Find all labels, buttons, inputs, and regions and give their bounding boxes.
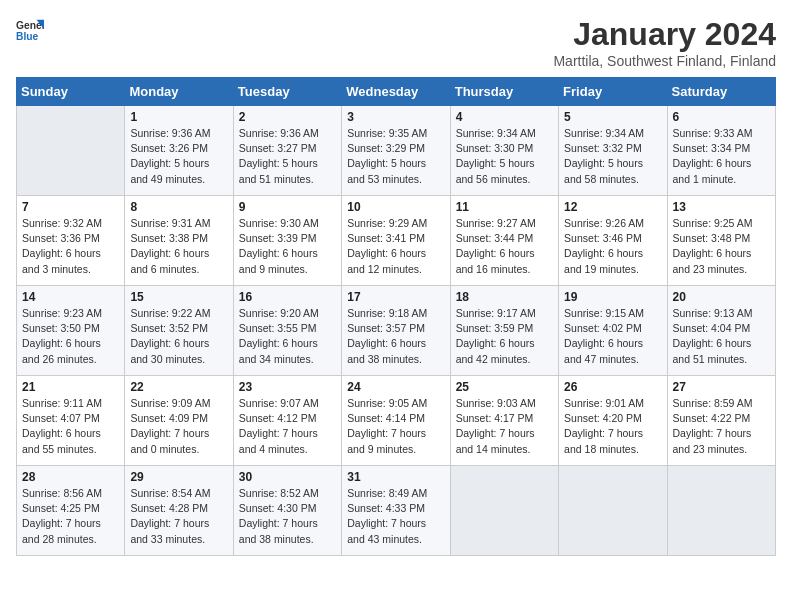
day-info: Sunrise: 8:52 AM Sunset: 4:30 PM Dayligh… <box>239 486 336 547</box>
calendar-cell: 19Sunrise: 9:15 AM Sunset: 4:02 PM Dayli… <box>559 286 667 376</box>
calendar-cell: 1Sunrise: 9:36 AM Sunset: 3:26 PM Daylig… <box>125 106 233 196</box>
day-number: 3 <box>347 110 444 124</box>
day-number: 19 <box>564 290 661 304</box>
day-info: Sunrise: 9:22 AM Sunset: 3:52 PM Dayligh… <box>130 306 227 367</box>
calendar-cell: 16Sunrise: 9:20 AM Sunset: 3:55 PM Dayli… <box>233 286 341 376</box>
week-row-5: 28Sunrise: 8:56 AM Sunset: 4:25 PM Dayli… <box>17 466 776 556</box>
day-info: Sunrise: 9:26 AM Sunset: 3:46 PM Dayligh… <box>564 216 661 277</box>
day-info: Sunrise: 9:20 AM Sunset: 3:55 PM Dayligh… <box>239 306 336 367</box>
day-number: 22 <box>130 380 227 394</box>
calendar-cell: 13Sunrise: 9:25 AM Sunset: 3:48 PM Dayli… <box>667 196 775 286</box>
col-header-monday: Monday <box>125 78 233 106</box>
day-number: 13 <box>673 200 770 214</box>
day-number: 7 <box>22 200 119 214</box>
week-row-1: 1Sunrise: 9:36 AM Sunset: 3:26 PM Daylig… <box>17 106 776 196</box>
day-number: 25 <box>456 380 553 394</box>
calendar-cell: 7Sunrise: 9:32 AM Sunset: 3:36 PM Daylig… <box>17 196 125 286</box>
calendar-cell: 21Sunrise: 9:11 AM Sunset: 4:07 PM Dayli… <box>17 376 125 466</box>
header-row: SundayMondayTuesdayWednesdayThursdayFrid… <box>17 78 776 106</box>
calendar-cell: 14Sunrise: 9:23 AM Sunset: 3:50 PM Dayli… <box>17 286 125 376</box>
day-info: Sunrise: 9:30 AM Sunset: 3:39 PM Dayligh… <box>239 216 336 277</box>
calendar-cell: 11Sunrise: 9:27 AM Sunset: 3:44 PM Dayli… <box>450 196 558 286</box>
col-header-thursday: Thursday <box>450 78 558 106</box>
day-number: 8 <box>130 200 227 214</box>
day-info: Sunrise: 9:17 AM Sunset: 3:59 PM Dayligh… <box>456 306 553 367</box>
calendar-cell: 15Sunrise: 9:22 AM Sunset: 3:52 PM Dayli… <box>125 286 233 376</box>
day-number: 4 <box>456 110 553 124</box>
calendar-cell <box>559 466 667 556</box>
day-number: 5 <box>564 110 661 124</box>
week-row-4: 21Sunrise: 9:11 AM Sunset: 4:07 PM Dayli… <box>17 376 776 466</box>
day-info: Sunrise: 9:11 AM Sunset: 4:07 PM Dayligh… <box>22 396 119 457</box>
day-info: Sunrise: 9:01 AM Sunset: 4:20 PM Dayligh… <box>564 396 661 457</box>
calendar-cell: 27Sunrise: 8:59 AM Sunset: 4:22 PM Dayli… <box>667 376 775 466</box>
location-title: Marttila, Southwest Finland, Finland <box>553 53 776 69</box>
day-info: Sunrise: 9:34 AM Sunset: 3:32 PM Dayligh… <box>564 126 661 187</box>
day-info: Sunrise: 9:33 AM Sunset: 3:34 PM Dayligh… <box>673 126 770 187</box>
day-number: 28 <box>22 470 119 484</box>
day-number: 6 <box>673 110 770 124</box>
page-header: General Blue January 2024 Marttila, Sout… <box>16 16 776 69</box>
calendar-cell <box>17 106 125 196</box>
week-row-2: 7Sunrise: 9:32 AM Sunset: 3:36 PM Daylig… <box>17 196 776 286</box>
day-info: Sunrise: 9:25 AM Sunset: 3:48 PM Dayligh… <box>673 216 770 277</box>
calendar-table: SundayMondayTuesdayWednesdayThursdayFrid… <box>16 77 776 556</box>
calendar-cell: 29Sunrise: 8:54 AM Sunset: 4:28 PM Dayli… <box>125 466 233 556</box>
calendar-cell <box>450 466 558 556</box>
day-number: 23 <box>239 380 336 394</box>
calendar-cell: 17Sunrise: 9:18 AM Sunset: 3:57 PM Dayli… <box>342 286 450 376</box>
day-info: Sunrise: 9:13 AM Sunset: 4:04 PM Dayligh… <box>673 306 770 367</box>
calendar-cell: 4Sunrise: 9:34 AM Sunset: 3:30 PM Daylig… <box>450 106 558 196</box>
day-info: Sunrise: 9:07 AM Sunset: 4:12 PM Dayligh… <box>239 396 336 457</box>
day-number: 20 <box>673 290 770 304</box>
day-number: 1 <box>130 110 227 124</box>
calendar-cell: 31Sunrise: 8:49 AM Sunset: 4:33 PM Dayli… <box>342 466 450 556</box>
day-info: Sunrise: 9:35 AM Sunset: 3:29 PM Dayligh… <box>347 126 444 187</box>
day-number: 11 <box>456 200 553 214</box>
day-info: Sunrise: 9:05 AM Sunset: 4:14 PM Dayligh… <box>347 396 444 457</box>
logo: General Blue <box>16 16 44 44</box>
calendar-cell: 24Sunrise: 9:05 AM Sunset: 4:14 PM Dayli… <box>342 376 450 466</box>
day-info: Sunrise: 9:03 AM Sunset: 4:17 PM Dayligh… <box>456 396 553 457</box>
month-title: January 2024 <box>553 16 776 53</box>
calendar-cell: 18Sunrise: 9:17 AM Sunset: 3:59 PM Dayli… <box>450 286 558 376</box>
calendar-cell: 25Sunrise: 9:03 AM Sunset: 4:17 PM Dayli… <box>450 376 558 466</box>
title-block: January 2024 Marttila, Southwest Finland… <box>553 16 776 69</box>
day-info: Sunrise: 9:18 AM Sunset: 3:57 PM Dayligh… <box>347 306 444 367</box>
day-info: Sunrise: 8:54 AM Sunset: 4:28 PM Dayligh… <box>130 486 227 547</box>
svg-text:Blue: Blue <box>16 31 39 42</box>
day-number: 18 <box>456 290 553 304</box>
day-number: 31 <box>347 470 444 484</box>
day-info: Sunrise: 8:49 AM Sunset: 4:33 PM Dayligh… <box>347 486 444 547</box>
day-number: 9 <box>239 200 336 214</box>
day-info: Sunrise: 9:27 AM Sunset: 3:44 PM Dayligh… <box>456 216 553 277</box>
calendar-cell: 20Sunrise: 9:13 AM Sunset: 4:04 PM Dayli… <box>667 286 775 376</box>
day-number: 16 <box>239 290 336 304</box>
calendar-cell: 2Sunrise: 9:36 AM Sunset: 3:27 PM Daylig… <box>233 106 341 196</box>
day-number: 10 <box>347 200 444 214</box>
day-number: 27 <box>673 380 770 394</box>
calendar-cell: 22Sunrise: 9:09 AM Sunset: 4:09 PM Dayli… <box>125 376 233 466</box>
day-info: Sunrise: 8:59 AM Sunset: 4:22 PM Dayligh… <box>673 396 770 457</box>
col-header-friday: Friday <box>559 78 667 106</box>
day-number: 21 <box>22 380 119 394</box>
calendar-cell: 8Sunrise: 9:31 AM Sunset: 3:38 PM Daylig… <box>125 196 233 286</box>
calendar-cell: 6Sunrise: 9:33 AM Sunset: 3:34 PM Daylig… <box>667 106 775 196</box>
calendar-cell: 10Sunrise: 9:29 AM Sunset: 3:41 PM Dayli… <box>342 196 450 286</box>
day-info: Sunrise: 9:15 AM Sunset: 4:02 PM Dayligh… <box>564 306 661 367</box>
day-number: 26 <box>564 380 661 394</box>
day-number: 15 <box>130 290 227 304</box>
calendar-cell <box>667 466 775 556</box>
day-info: Sunrise: 9:36 AM Sunset: 3:27 PM Dayligh… <box>239 126 336 187</box>
calendar-cell: 5Sunrise: 9:34 AM Sunset: 3:32 PM Daylig… <box>559 106 667 196</box>
col-header-saturday: Saturday <box>667 78 775 106</box>
day-info: Sunrise: 9:09 AM Sunset: 4:09 PM Dayligh… <box>130 396 227 457</box>
day-info: Sunrise: 9:23 AM Sunset: 3:50 PM Dayligh… <box>22 306 119 367</box>
day-info: Sunrise: 9:31 AM Sunset: 3:38 PM Dayligh… <box>130 216 227 277</box>
col-header-wednesday: Wednesday <box>342 78 450 106</box>
day-number: 30 <box>239 470 336 484</box>
day-info: Sunrise: 9:32 AM Sunset: 3:36 PM Dayligh… <box>22 216 119 277</box>
calendar-cell: 30Sunrise: 8:52 AM Sunset: 4:30 PM Dayli… <box>233 466 341 556</box>
calendar-cell: 3Sunrise: 9:35 AM Sunset: 3:29 PM Daylig… <box>342 106 450 196</box>
calendar-cell: 9Sunrise: 9:30 AM Sunset: 3:39 PM Daylig… <box>233 196 341 286</box>
